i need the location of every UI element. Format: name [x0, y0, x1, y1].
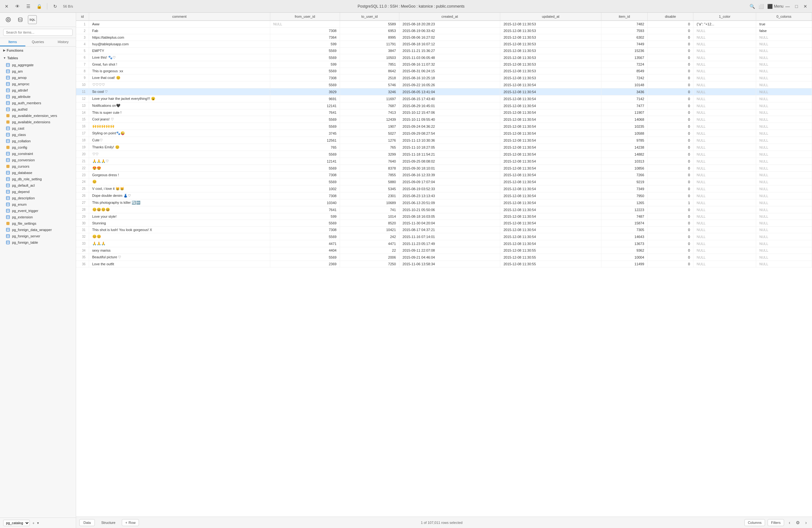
table-cell[interactable]: true	[756, 20, 812, 28]
table-cell[interactable]: 2015-10-11 09:55:40	[399, 116, 500, 123]
col-0colorss[interactable]: 0_colorss	[756, 13, 812, 20]
table-cell[interactable]: NULL	[756, 144, 812, 151]
table-cell[interactable]: NULL	[756, 213, 812, 220]
table-cell[interactable]: 7349	[601, 185, 647, 192]
table-cell[interactable]: NULL	[756, 158, 812, 165]
table-cell[interactable]: NULL	[756, 206, 812, 213]
table-cell[interactable]: NULL	[756, 102, 812, 109]
sidebar-item[interactable]: pg_amproc	[0, 81, 76, 87]
table-cell[interactable]: 0	[647, 34, 693, 41]
table-row[interactable]: 7Great, fun shot !59978512015-08-16 11:0…	[76, 61, 812, 68]
table-cell[interactable]: 3929	[270, 88, 340, 95]
table-cell[interactable]: 10503	[340, 54, 399, 61]
table-cell[interactable]: 2015-11-06 13:58:34	[399, 261, 500, 268]
table-cell[interactable]: Love this! 🐾♡	[89, 54, 270, 61]
table-cell[interactable]: 2015-12-08 11:30:53	[500, 61, 601, 68]
sidebar-item[interactable]: pg_conversion	[0, 157, 76, 163]
table-cell[interactable]: 2015-10-12 15:47:06	[399, 109, 500, 116]
col-1color[interactable]: 1_color	[693, 13, 756, 20]
table-cell[interactable]: 5589	[340, 20, 399, 28]
table-row[interactable]: 35Beautiful picture ♡556920062015-09-21 …	[76, 254, 812, 261]
table-cell[interactable]: Love your style!	[89, 213, 270, 220]
table-cell[interactable]: NULL	[693, 261, 756, 268]
table-cell[interactable]: 2015-08-29 16:45:01	[399, 102, 500, 109]
table-cell[interactable]: 19	[76, 144, 89, 151]
sidebar-item[interactable]: pg_am	[0, 68, 76, 74]
table-cell[interactable]: 10689	[340, 199, 399, 206]
table-row[interactable]: 6Love this! 🐾♡5569105032015-11-03 06:05:…	[76, 54, 812, 61]
table-cell[interactable]: NULL	[693, 172, 756, 178]
table-cell[interactable]: 29	[76, 213, 89, 220]
database-icon[interactable]	[16, 15, 25, 24]
table-cell[interactable]: 0	[647, 206, 693, 213]
close-window-button[interactable]: ✕	[802, 3, 808, 9]
table-cell[interactable]: 0	[647, 61, 693, 68]
table-cell[interactable]: 5569	[270, 81, 340, 88]
table-cell[interactable]: NULL	[693, 47, 756, 54]
table-cell[interactable]: 2015-12-08 11:30:54	[500, 102, 601, 109]
table-cell[interactable]: 😍😍	[89, 165, 270, 172]
sidebar-item[interactable]: pg_cursors	[0, 163, 76, 169]
table-cell[interactable]: 7308	[270, 172, 340, 178]
table-cell[interactable]: NULL	[756, 95, 812, 102]
sidebar-item[interactable]: pg_constraint	[0, 151, 76, 157]
table-cell[interactable]: 7242	[601, 74, 647, 81]
table-cell[interactable]: 7640	[340, 158, 399, 165]
table-cell[interactable]: 7593	[601, 28, 647, 34]
table-cell[interactable]: Aww	[89, 20, 270, 28]
catalog-select[interactable]: pg_catalog	[3, 520, 30, 526]
table-cell[interactable]: 5569	[270, 178, 340, 185]
table-cell[interactable]: 12	[76, 95, 89, 102]
sidebar-item[interactable]: pg_config	[0, 144, 76, 151]
table-cell[interactable]: 23	[76, 172, 89, 178]
table-cell[interactable]: 14643	[601, 233, 647, 240]
table-cell[interactable]: 2301	[340, 192, 399, 199]
table-cell[interactable]: NULL	[756, 137, 812, 144]
table-cell[interactable]: 2015-12-08 11:30:55	[500, 254, 601, 261]
tab-structure[interactable]: Structure	[97, 519, 119, 526]
table-cell[interactable]: 3246	[340, 88, 399, 95]
table-cell[interactable]: 6302	[601, 34, 647, 41]
table-cell[interactable]: 2015-12-08 11:30:54	[500, 151, 601, 158]
sidebar-item[interactable]: pg_depend	[0, 188, 76, 195]
table-cell[interactable]: 2015-08-19 06:33:42	[399, 28, 500, 34]
table-row[interactable]: 5EMPTY556938472015-11-21 15:36:272015-12…	[76, 47, 812, 54]
table-row[interactable]: 8This is gorgeous :xx556986422015-08-31 …	[76, 68, 812, 74]
table-cell[interactable]: 2015-08-16 10:25:18	[399, 74, 500, 81]
table-row[interactable]: 19Thanks Emily! 😊7657652015-11-10 18:27:…	[76, 144, 812, 151]
table-cell[interactable]: 7308	[270, 227, 340, 233]
table-cell[interactable]: 4471	[270, 240, 340, 247]
table-row[interactable]: 33🙏🙏🙏447144712015-11-23 05:17:492015-12-…	[76, 240, 812, 247]
table-cell[interactable]: 2015-12-08 11:30:54	[500, 227, 601, 233]
menu-button[interactable]: Menu	[776, 3, 782, 9]
table-cell[interactable]: This is gorgeous :xx	[89, 68, 270, 74]
table-cell[interactable]: 5569	[270, 123, 340, 130]
table-cell[interactable]: V cool, i love it 😸😸	[89, 185, 270, 192]
table-cell[interactable]: 2015-12-08 11:30:54	[500, 206, 601, 213]
table-cell[interactable]: 2	[76, 28, 89, 34]
table-cell[interactable]: ♡♡♡♡	[89, 81, 270, 88]
table-cell[interactable]: 8549	[601, 68, 647, 74]
table-cell[interactable]: 7266	[601, 172, 647, 178]
table-cell[interactable]: 2015-12-08 11:30:53	[500, 20, 601, 28]
layout-icon2[interactable]: ⬛	[767, 3, 773, 9]
table-row[interactable]: 17Styling on point🐾😜374550272015-09-29 0…	[76, 130, 812, 137]
table-cell[interactable]: 10421	[340, 227, 399, 233]
table-cell[interactable]: NULL	[270, 20, 340, 28]
table-cell[interactable]: 5569	[270, 54, 340, 61]
table-cell[interactable]: 2015-12-08 11:30:54	[500, 172, 601, 178]
table-cell[interactable]: NULL	[693, 88, 756, 95]
table-cell[interactable]: 2015-08-16 11:07:32	[399, 61, 500, 68]
table-row[interactable]: 20♡♡556932992015-11-18 11:54:212015-12-0…	[76, 151, 812, 158]
close-button[interactable]: ✕	[4, 3, 10, 9]
table-cell[interactable]: 0	[647, 88, 693, 95]
table-cell[interactable]: 7142	[601, 95, 647, 102]
sidebar-item[interactable]: pg_available_extension_vers	[0, 112, 76, 119]
table-cell[interactable]: 1	[76, 20, 89, 28]
table-row[interactable]: 26Dope double denim 👗♡730823012015-08-23…	[76, 192, 812, 199]
table-cell[interactable]: NULL	[756, 88, 812, 95]
table-cell[interactable]: 2006	[340, 254, 399, 261]
table-cell[interactable]: NULL	[756, 199, 812, 206]
sidebar-item[interactable]: pg_amop	[0, 74, 76, 81]
table-cell[interactable]: NULL	[756, 130, 812, 137]
